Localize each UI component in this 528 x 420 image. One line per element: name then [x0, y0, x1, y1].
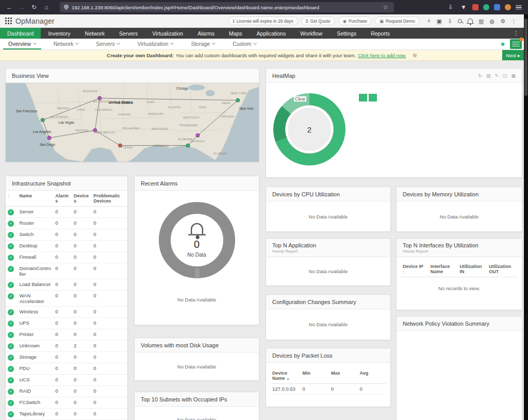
table-row[interactable]: ✓ UCS 0 0 0	[6, 375, 127, 386]
table-row[interactable]: ✓ Firewall 0 0 0	[6, 252, 127, 263]
search-icon[interactable]	[458, 19, 462, 23]
table-row[interactable]: ✓ WAN Accelerator 0 0 0	[6, 291, 127, 307]
voice-icon[interactable]: ◍	[490, 18, 495, 24]
next-label: Next	[506, 53, 516, 58]
tracking-protection-icon[interactable]	[64, 5, 69, 10]
widget-report-icon[interactable]: ▤	[486, 73, 491, 78]
table-row[interactable]: ✓ RAID 0 0 0	[6, 386, 127, 397]
column-header[interactable]: Max	[329, 368, 357, 384]
scrollbar-thumb[interactable]	[524, 19, 527, 96]
table-row[interactable]: 127.0.0.53 0 0 0	[270, 384, 386, 394]
page-scrollbar[interactable]	[524, 14, 528, 420]
heatmap-cell[interactable]	[359, 94, 367, 102]
heatmap-cell[interactable]	[369, 94, 377, 102]
url-text[interactable]: 192.168.1.238:8060/apiclient/ember/index…	[72, 5, 378, 10]
table-row[interactable]: ✓ Load Balancer 0 0 0	[6, 279, 127, 291]
nav-item[interactable]: Workflow	[293, 28, 329, 39]
nav-item[interactable]: Dashboard	[0, 28, 41, 39]
column-header[interactable]: Problematic Devices	[91, 191, 127, 207]
whats-new-icon[interactable]: ⚡	[427, 18, 431, 24]
nav-item[interactable]: Reports	[364, 28, 397, 39]
nav-item[interactable]: Settings	[329, 28, 364, 39]
nav-item[interactable]: Servers	[112, 28, 145, 39]
forward-icon[interactable]: →	[18, 3, 26, 11]
banner-next-button[interactable]: Next ▸	[502, 50, 524, 60]
extension-adblock-icon[interactable]	[472, 4, 478, 10]
column-header[interactable]: Alarms	[53, 191, 72, 207]
banner-add-link[interactable]: Click here to add now.	[358, 53, 406, 58]
nav-item[interactable]: Virtualization	[145, 28, 190, 39]
column-header[interactable]: Interface Name	[428, 261, 458, 277]
widget-expand-icon[interactable]: ◳	[503, 73, 507, 78]
app-logo[interactable]: OpManager	[5, 17, 55, 25]
column-header[interactable]: Utilization IN	[457, 261, 487, 277]
favorite-star-icon[interactable]: ★	[500, 40, 506, 48]
addons-icon[interactable]: ▥	[478, 18, 484, 24]
refresh-icon[interactable]: ↻	[30, 3, 38, 11]
table-row[interactable]: ✓ Unknown 0 2 0	[6, 341, 127, 352]
subnav-item[interactable]: Network	[48, 39, 84, 49]
table-row[interactable]: ✓ Storage 0 0 0	[6, 352, 127, 363]
header-badge[interactable]: ▣ Request Demo	[375, 16, 420, 25]
banner-close-icon[interactable]: ⊗	[412, 52, 417, 59]
nav-item[interactable]: Maps	[222, 28, 250, 39]
table-row[interactable]: ✓ Desktop 0 0 0	[6, 241, 127, 252]
sort-icon[interactable]: ↕	[8, 194, 10, 198]
subnav-item[interactable]: Servers	[91, 39, 125, 49]
extension-privacy-icon[interactable]	[483, 4, 489, 10]
widget-infrastructure-snapshot: Infrastructure Snapshot ↕ Name Alarms De…	[5, 176, 128, 420]
header-badge[interactable]: ◉ Purchase	[338, 16, 372, 25]
nav-item[interactable]: Network	[78, 28, 112, 39]
subnav-item[interactable]: Storage	[186, 39, 220, 49]
column-header[interactable]: Utilization OUT	[487, 261, 518, 277]
subnav-item[interactable]: Overview	[3, 39, 41, 49]
table-row[interactable]: ✓ Switch 0 0 0	[6, 229, 127, 241]
home-icon[interactable]: ⌂	[42, 3, 51, 11]
table-row[interactable]: ✓ Router 0 0 0	[6, 218, 127, 229]
browser-menu-icon[interactable]	[516, 5, 522, 10]
extension-misc-icon[interactable]	[505, 4, 511, 10]
problematic-count: 0	[91, 252, 127, 263]
widget-refresh-icon[interactable]: ↻	[478, 73, 482, 78]
download-agent-icon[interactable]: ⇩	[448, 18, 452, 24]
table-row[interactable]: ✓ TapeLibrary 0 0 0	[6, 409, 127, 420]
subnav-item[interactable]: Virtualization	[132, 39, 178, 49]
badge-label: Request Demo	[386, 19, 415, 24]
heatmap-donut[interactable]: 2	[273, 93, 345, 165]
header-badge[interactable]: $ Get Quote	[301, 16, 335, 25]
table-row[interactable]: ✓ Server 0 0 0	[6, 207, 127, 218]
column-header[interactable]: Min	[301, 368, 329, 384]
table-row[interactable]: ✓ DomainController 0 0 0	[6, 263, 127, 279]
table-row[interactable]: ✓ UPS 0 0 0	[6, 318, 127, 329]
nav-item[interactable]: Applications	[250, 28, 293, 39]
table-row[interactable]: ✓ PDU 0 0 0	[6, 363, 127, 375]
column-header[interactable]: Name	[17, 191, 53, 207]
downloads-icon[interactable]: ⇩	[447, 3, 455, 11]
dashboard-menu-button[interactable]	[510, 39, 522, 49]
nav-item[interactable]: Inventory	[41, 28, 77, 39]
url-bar[interactable]: 192.168.1.238:8060/apiclient/ember/index…	[60, 2, 394, 12]
apps-grid-icon[interactable]	[5, 18, 12, 24]
header-badge[interactable]: ℹ License will expire in 29 days	[228, 16, 298, 25]
column-header[interactable]: Devices	[72, 191, 91, 207]
table-row[interactable]: ✓ Wireless 0 0 0	[6, 307, 127, 318]
nav-item[interactable]: Alarms	[190, 28, 222, 39]
widget-remove-icon[interactable]: ▦	[511, 73, 516, 78]
nav-overflow-icon[interactable]: ⋮	[509, 28, 523, 39]
column-header[interactable]: Avg	[357, 368, 386, 384]
settings-icon[interactable]: ⚙	[500, 18, 505, 24]
subnav-item[interactable]: Custom	[227, 39, 261, 49]
nav-item-label: Maps	[229, 30, 242, 37]
back-icon[interactable]: ←	[5, 3, 13, 11]
save-to-pocket-icon[interactable]: ▼	[459, 3, 468, 11]
alarms-donut[interactable]: 0 No Data	[159, 202, 235, 278]
table-row[interactable]: ✓ Printer 0 0 0	[6, 329, 127, 341]
more-options-icon[interactable]: ⋮	[511, 18, 517, 24]
bookmark-star-icon[interactable]: ☆	[382, 3, 390, 11]
table-row[interactable]: ✓ FCSwitch 0 0 0	[6, 397, 127, 409]
business-view-map[interactable]: MONTANAWYOMINGNEVADAUTAHCOLORADONEBRASKA…	[6, 83, 259, 162]
training-icon[interactable]: ▣	[436, 18, 441, 24]
widget-edit-icon[interactable]: ✎	[494, 73, 499, 78]
notifications-icon[interactable]	[468, 19, 473, 23]
extension-container-icon[interactable]	[494, 4, 500, 10]
